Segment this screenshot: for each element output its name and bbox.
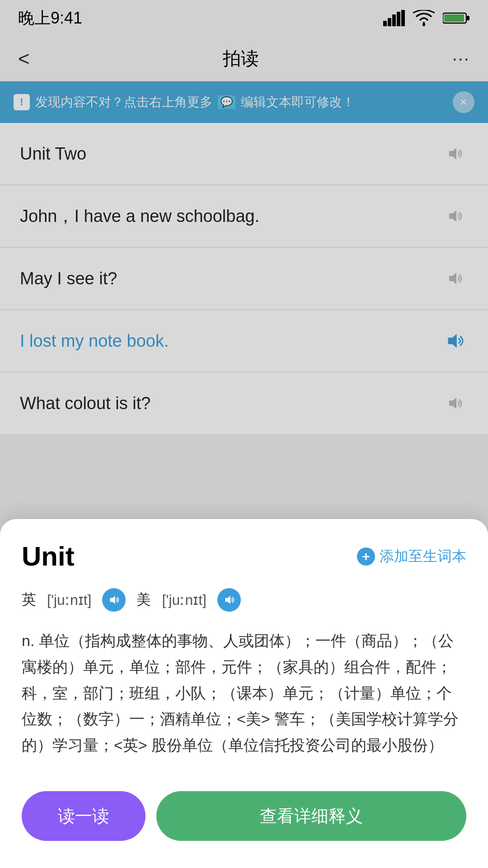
word-title: Unit [22,541,75,572]
speaker-en-icon [108,594,120,606]
sentence-text: What colout is it? [20,394,150,413]
speaker-icon [446,269,464,288]
sound-button[interactable] [441,203,468,230]
sound-button[interactable] [441,140,468,167]
svg-marker-10 [449,210,456,222]
phonetic-sound-en[interactable] [102,588,126,612]
svg-marker-12 [448,334,457,348]
speaker-icon [446,145,464,163]
svg-marker-14 [110,596,115,604]
sentence-text: Unit Two [20,144,86,164]
word-detail-sheet: Unit + 添加至生词本 英 ['juːnɪt] 美 ['juːnɪt] n. [0,519,488,868]
svg-rect-8 [444,14,464,22]
wifi-icon [413,10,435,26]
sound-button[interactable] [441,390,468,417]
phonetic-label-en: 英 [22,590,36,610]
word-header: Unit + 添加至生词本 [22,541,466,572]
add-vocab-button[interactable]: + 添加至生词本 [357,547,466,566]
svg-marker-15 [225,596,230,604]
phonetic-row: 英 ['juːnɪt] 美 ['juːnɪt] [22,588,466,612]
sentence-item: Unit Two [0,123,488,184]
svg-marker-9 [449,148,456,160]
banner-close-button[interactable]: × [453,91,474,113]
svg-rect-3 [397,12,400,26]
sentence-item-active: I lost my note book. [0,310,488,372]
content-area: Unit Two John，I have a new schoolbag. Ma… [0,123,488,434]
speaker-icon [446,394,464,412]
sentence-text: May I see it? [20,269,117,288]
signal-icon [383,10,405,26]
warning-icon: ! [14,94,30,110]
detail-button[interactable]: 查看详细释义 [156,791,466,841]
svg-rect-2 [392,14,396,26]
sound-button[interactable] [441,265,468,292]
add-icon: + [357,547,375,566]
svg-rect-0 [383,21,387,26]
sentence-item: May I see it? [0,248,488,309]
status-icons [383,10,470,26]
speaker-us-icon [223,594,235,606]
read-button[interactable]: 读一读 [22,791,145,841]
speaker-icon [446,207,464,225]
word-definition: n. 单位（指构成整体的事物、人或团体）；一件（商品）；（公寓楼的）单元，单位；… [22,628,466,759]
top-nav: < 拍读 ··· [0,36,488,81]
page-title: 拍读 [223,46,259,71]
svg-rect-7 [467,16,469,20]
banner-text1: 发现内容不对？点击右上角更多 [35,94,212,111]
status-bar: 晚上9:41 [0,0,488,36]
banner-text2: 编辑文本即可修改！ [241,94,355,111]
battery-icon [443,11,470,25]
phonetic-label-us: 美 [136,590,151,610]
sentence-text-active: I lost my note book. [20,331,169,351]
info-banner: ! 发现内容不对？点击右上角更多 💬 编辑文本即可修改！ × [0,81,488,123]
sentence-item: What colout is it? [0,373,488,434]
back-button[interactable]: < [18,47,30,70]
sentence-text: John，I have a new schoolbag. [20,205,259,228]
banner-content: ! 发现内容不对？点击右上角更多 💬 编辑文本即可修改！ [14,94,355,111]
bottom-buttons: 读一读 查看详细释义 [22,780,466,868]
status-time: 晚上9:41 [18,7,82,29]
phonetic-text-en: ['juːnɪt] [47,591,91,609]
speaker-icon-active [444,330,465,352]
chat-icon: 💬 [218,95,235,109]
svg-marker-13 [449,397,456,409]
more-button[interactable]: ··· [452,48,470,69]
svg-point-5 [422,23,425,26]
phonetic-text-us: ['juːnɪt] [162,591,206,609]
svg-rect-4 [401,10,405,26]
sentence-item: John，I have a new schoolbag. [0,185,488,247]
sound-button-active[interactable] [441,327,468,354]
add-vocab-label: 添加至生词本 [380,547,466,566]
svg-rect-1 [388,18,391,26]
phonetic-sound-us[interactable] [217,588,241,612]
svg-marker-11 [449,273,456,284]
